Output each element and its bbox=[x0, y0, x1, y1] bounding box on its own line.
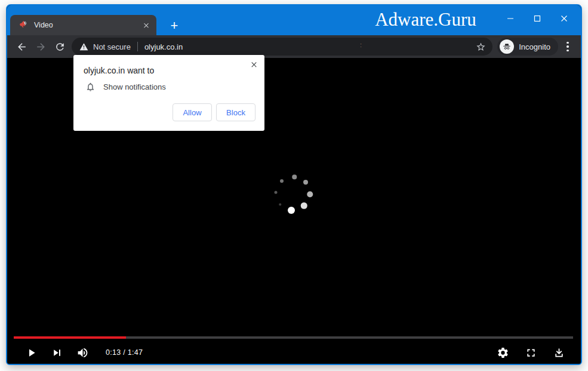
incognito-label: Incognito bbox=[519, 42, 550, 51]
megaphone-favicon-icon bbox=[19, 19, 28, 31]
progress-bar[interactable] bbox=[14, 336, 573, 339]
screen: Video + Adware.Guru bbox=[0, 0, 588, 371]
popup-close-icon[interactable] bbox=[248, 59, 259, 69]
window-title: Adware.Guru bbox=[360, 5, 491, 34]
fullscreen-icon[interactable] bbox=[525, 347, 537, 359]
settings-gear-icon[interactable] bbox=[497, 347, 509, 359]
kebab-menu-icon[interactable] bbox=[559, 37, 576, 56]
close-icon[interactable] bbox=[550, 5, 577, 32]
notification-permission-popup: olyjuk.co.in want to Show notifications … bbox=[73, 55, 264, 131]
allow-button[interactable]: Allow bbox=[173, 103, 212, 121]
next-icon[interactable] bbox=[51, 347, 63, 359]
download-icon[interactable] bbox=[553, 347, 565, 359]
popup-title: olyjuk.co.in want to bbox=[84, 66, 154, 75]
new-tab-button[interactable]: + bbox=[166, 17, 183, 34]
window-controls bbox=[497, 5, 577, 32]
address-bar[interactable]: Not secure olyjuk.co.in : bbox=[72, 38, 492, 56]
forward-arrow-icon[interactable] bbox=[31, 37, 50, 56]
player-controls: 0:13 / 1:47 bbox=[7, 331, 581, 364]
minimize-icon[interactable] bbox=[497, 5, 524, 32]
stray-artifact: : bbox=[360, 41, 362, 48]
omnibox-divider bbox=[137, 42, 138, 51]
progress-fill bbox=[14, 336, 126, 339]
bell-icon bbox=[85, 82, 96, 92]
play-icon[interactable] bbox=[25, 347, 38, 359]
back-arrow-icon[interactable] bbox=[12, 37, 31, 56]
block-button[interactable]: Block bbox=[216, 103, 255, 121]
warning-icon[interactable] bbox=[79, 42, 88, 51]
time-display: 0:13 / 1:47 bbox=[106, 348, 143, 357]
tab-close-icon[interactable] bbox=[141, 20, 152, 30]
volume-icon[interactable] bbox=[76, 347, 89, 359]
security-label[interactable]: Not secure bbox=[93, 42, 131, 51]
titlebar: Video + Adware.Guru bbox=[7, 5, 581, 35]
maximize-icon[interactable] bbox=[524, 5, 550, 32]
browser-tab[interactable]: Video bbox=[10, 15, 156, 35]
url-text[interactable]: olyjuk.co.in bbox=[144, 42, 183, 51]
reload-icon[interactable] bbox=[50, 37, 69, 56]
tab-title: Video bbox=[34, 21, 141, 29]
permission-label: Show notifications bbox=[103, 82, 166, 91]
incognito-badge: Incognito bbox=[497, 38, 558, 56]
star-icon[interactable] bbox=[473, 39, 488, 54]
incognito-icon bbox=[500, 39, 514, 54]
